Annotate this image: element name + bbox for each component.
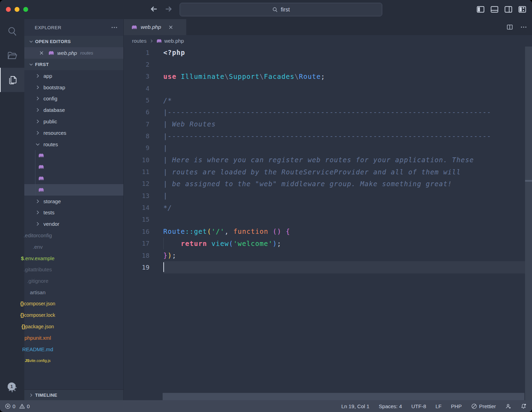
tree-item--gitignore[interactable]: .gitignore xyxy=(24,275,123,287)
tree-item-label: README.md xyxy=(22,346,53,352)
code-line-5[interactable]: 5/* xyxy=(124,94,532,106)
status-item-line-col[interactable]: Ln 19, Col 1 xyxy=(341,403,369,409)
activity-bar-item-explorer-files[interactable] xyxy=(0,68,24,92)
status-item-language-mode[interactable]: PHP xyxy=(451,403,462,409)
tree-item-routes[interactable]: routes xyxy=(24,139,123,150)
tree-item-artisan[interactable]: artisan xyxy=(24,287,123,298)
tree-item-label: composer.lock xyxy=(24,312,55,318)
chevron-right-icon xyxy=(35,107,41,113)
tree-item-label: storage xyxy=(43,198,61,204)
toggle-secondary-sidebar-icon[interactable] xyxy=(504,5,513,14)
code-line-18[interactable]: 18}); xyxy=(124,249,532,261)
code-line-11[interactable]: 11| routes are loaded by the RouteServic… xyxy=(124,166,532,178)
maximize-window-button[interactable] xyxy=(23,7,28,12)
back-icon[interactable] xyxy=(149,5,158,14)
tree-item-composer-lock[interactable]: {}composer.lock xyxy=(24,310,123,321)
tree-item-public[interactable]: public xyxy=(24,116,123,127)
tree-item-console-php[interactable] xyxy=(24,173,123,184)
tree-item-app[interactable]: app xyxy=(24,70,123,82)
status-item-feedback[interactable] xyxy=(505,403,511,409)
close-tab-icon[interactable] xyxy=(168,25,173,30)
line-content xyxy=(163,82,532,94)
line-content: Route::get('/', function () { xyxy=(163,225,532,237)
tree-item-package-json[interactable]: {}package.json xyxy=(24,321,123,332)
command-center-search[interactable]: first xyxy=(180,3,382,16)
line-number: 2 xyxy=(124,61,149,68)
tree-item-resources[interactable]: resources xyxy=(24,127,123,139)
close-editor-icon[interactable] xyxy=(39,50,44,56)
line-number: 1 xyxy=(124,49,149,56)
tree-item-label: phpunit.xml xyxy=(24,335,51,341)
views-and-more-actions-icon[interactable] xyxy=(111,24,118,31)
tree-item-vite-config-js[interactable]: JSvite.config.js xyxy=(24,355,123,366)
tree-item-api-php[interactable] xyxy=(24,150,123,162)
forward-icon[interactable] xyxy=(164,5,173,14)
breadcrumb-folder[interactable]: routes xyxy=(132,38,147,44)
status-item-prettier[interactable]: Prettier xyxy=(471,403,496,409)
tree-item-composer-json[interactable]: {}composer.json xyxy=(24,298,123,310)
tree-item-bootstrap[interactable]: bootstrap xyxy=(24,82,123,93)
code-line-1[interactable]: 1<?php xyxy=(124,47,532,58)
line-content: |---------------------------------------… xyxy=(163,130,532,142)
chevron-right-icon xyxy=(35,84,41,90)
split-editor-icon[interactable] xyxy=(506,24,513,31)
code-line-7[interactable]: 7| Web Routes xyxy=(124,118,532,130)
tree-item-label: vendor xyxy=(43,221,59,227)
open-editor-web-php[interactable]: web.php routes xyxy=(24,47,123,59)
tab-label: web.php xyxy=(141,24,161,30)
status-item-indentation[interactable]: Spaces: 4 xyxy=(379,403,402,409)
tree-item-storage[interactable]: storage xyxy=(24,196,123,207)
tree-item-web-php[interactable] xyxy=(24,184,123,196)
code-line-12[interactable]: 12| be assigned to the "web" middleware … xyxy=(124,178,532,190)
tree-item--editorconfig[interactable]: .editorconfig xyxy=(24,230,123,241)
explorer-sidebar: EXPLORER OPEN EDITORS web.php routes FIR… xyxy=(24,19,124,400)
timeline-section[interactable]: TIMELINE xyxy=(24,389,123,400)
gear-icon: 1 xyxy=(7,382,18,393)
project-section-first[interactable]: FIRST xyxy=(24,59,123,70)
customize-layout-icon[interactable] xyxy=(518,5,526,14)
vertical-scrollbar[interactable] xyxy=(525,47,532,400)
tree-item-tests[interactable]: tests xyxy=(24,207,123,219)
tab-web-php[interactable]: web.php xyxy=(124,19,186,35)
horizontal-scrollbar[interactable] xyxy=(163,393,524,400)
tree-item-database[interactable]: database xyxy=(24,104,123,116)
code-line-15[interactable]: 15 xyxy=(124,214,532,225)
code-line-9[interactable]: 9| xyxy=(124,142,532,154)
activity-bar-items xyxy=(0,19,24,92)
tree-item--env[interactable]: .env xyxy=(24,241,123,253)
tree-item-config[interactable]: config xyxy=(24,93,123,105)
code-line-3[interactable]: 3use Illuminate\Support\Facades\Route; xyxy=(124,71,532,82)
tree-item-channels-php[interactable] xyxy=(24,161,123,173)
toggle-panel-icon[interactable] xyxy=(490,5,499,14)
manage-button[interactable]: 1 xyxy=(0,375,24,400)
code-line-16[interactable]: 16Route::get('/', function () { xyxy=(124,225,532,237)
code-line-19[interactable]: 19 xyxy=(124,261,532,273)
breadcrumb-file[interactable]: web.php xyxy=(164,38,184,44)
activity-bar-item-folder[interactable] xyxy=(0,43,24,68)
tree-item-phpunit-xml[interactable]: phpunit.xml xyxy=(24,332,123,344)
code-line-2[interactable]: 2 xyxy=(124,58,532,70)
more-actions-icon[interactable] xyxy=(520,24,527,31)
problems-status[interactable]: 0 0 xyxy=(5,403,30,409)
open-editors-section[interactable]: OPEN EDITORS xyxy=(24,36,123,47)
status-item-encoding[interactable]: UTF-8 xyxy=(411,403,426,409)
close-window-button[interactable] xyxy=(6,7,11,12)
code-line-8[interactable]: 8|--------------------------------------… xyxy=(124,130,532,142)
status-item-eol[interactable]: LF xyxy=(435,403,442,409)
code-line-6[interactable]: 6|--------------------------------------… xyxy=(124,106,532,118)
code-line-17[interactable]: 17 return view('welcome'); xyxy=(124,238,532,249)
code-line-10[interactable]: 10| Here is where you can register web r… xyxy=(124,154,532,166)
activity-bar-item-search[interactable] xyxy=(0,19,24,43)
tree-item-readme-md[interactable]: README.md xyxy=(24,344,123,355)
code-line-4[interactable]: 4 xyxy=(124,82,532,94)
code-line-14[interactable]: 14*/ xyxy=(124,201,532,213)
open-editor-dir: routes xyxy=(80,50,93,56)
tree-item--gitattributes[interactable]: .gitattributes xyxy=(24,264,123,275)
code-editor[interactable]: 1<?php23use Illuminate\Support\Facades\R… xyxy=(124,47,532,400)
tree-item--env-example[interactable]: $.env.example xyxy=(24,253,123,264)
minimize-window-button[interactable] xyxy=(15,7,19,12)
tree-item-vendor[interactable]: vendor xyxy=(24,218,123,230)
status-item-notifications[interactable] xyxy=(521,403,526,409)
code-line-13[interactable]: 13| xyxy=(124,190,532,201)
toggle-sidebar-icon[interactable] xyxy=(476,5,485,14)
